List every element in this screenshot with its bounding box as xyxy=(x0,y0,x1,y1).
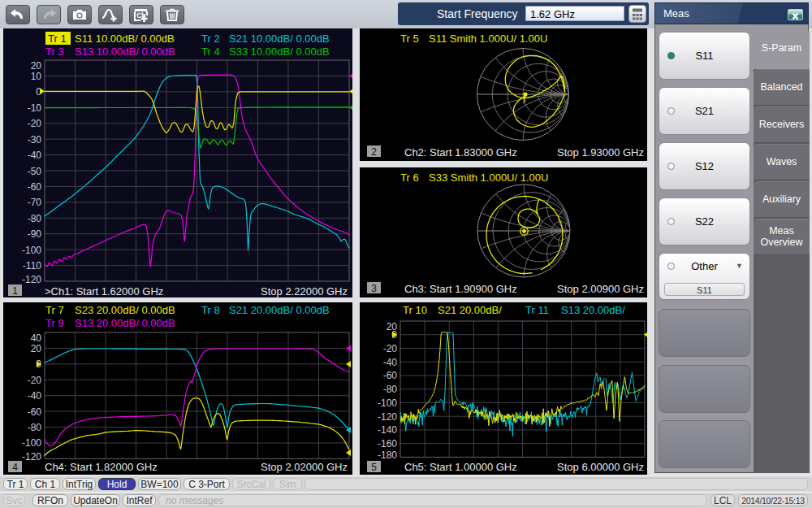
svg-text:-60: -60 xyxy=(383,370,398,381)
svg-text:-120: -120 xyxy=(378,411,397,423)
svg-text:-100: -100 xyxy=(22,437,41,449)
svg-text:S11 10.00dB/ 0.00dB: S11 10.00dB/ 0.00dB xyxy=(75,33,175,45)
svg-text:20: 20 xyxy=(31,343,42,354)
svg-text:4: 4 xyxy=(12,462,18,473)
svg-text:-20: -20 xyxy=(28,118,42,129)
svg-text:Stop 2.00900 GHz: Stop 2.00900 GHz xyxy=(557,283,644,295)
svg-text:-120: -120 xyxy=(22,451,41,462)
svg-text:Stop 2.02000 GHz: Stop 2.02000 GHz xyxy=(261,461,348,473)
svg-text:S11 Smith 1.000U/ 1.00U: S11 Smith 1.000U/ 1.00U xyxy=(429,33,547,45)
svg-text:>Ch1: Start 1.62000 GHz: >Ch1: Start 1.62000 GHz xyxy=(45,285,163,297)
svg-text:Stop 2.22000 GHz: Stop 2.22000 GHz xyxy=(261,285,348,297)
svg-text:-100: -100 xyxy=(22,245,41,256)
svg-text:-40: -40 xyxy=(28,390,42,402)
svg-text:Tr 2: Tr 2 xyxy=(201,33,220,45)
svg-text:-50: -50 xyxy=(28,166,42,177)
svg-text:-70: -70 xyxy=(28,197,42,208)
svg-text:Tr 4: Tr 4 xyxy=(201,46,220,58)
svg-text:-180: -180 xyxy=(378,449,397,461)
svg-text:-60: -60 xyxy=(28,406,42,418)
svg-text:1: 1 xyxy=(12,285,18,297)
svg-text:-80: -80 xyxy=(383,384,398,395)
svg-text:2: 2 xyxy=(371,146,377,158)
svg-text:-10: -10 xyxy=(28,102,42,114)
svg-text:S13 10.00dB/ 0.00dB: S13 10.00dB/ 0.00dB xyxy=(75,46,175,58)
svg-text:-80: -80 xyxy=(28,422,42,433)
svg-text:Tr 8: Tr 8 xyxy=(201,304,220,316)
svg-text:Ch5: Start 1.00000 GHz: Ch5: Start 1.00000 GHz xyxy=(404,461,517,473)
svg-text:Tr 6: Tr 6 xyxy=(400,172,419,184)
svg-text:-90: -90 xyxy=(28,228,42,240)
svg-text:S21 20.00dB/ 0.00dB: S21 20.00dB/ 0.00dB xyxy=(229,304,330,316)
svg-text:S21 20.00dB/: S21 20.00dB/ xyxy=(438,304,502,316)
svg-text:Tr 3: Tr 3 xyxy=(45,46,64,58)
svg-text:S21 10.00dB/ 0.00dB: S21 10.00dB/ 0.00dB xyxy=(229,33,330,45)
svg-text:S33 10.00dB/ 0.00dB: S33 10.00dB/ 0.00dB xyxy=(229,46,330,58)
svg-text:-60: -60 xyxy=(28,181,42,193)
svg-text:Ch4: Start 1.82000 GHz: Ch4: Start 1.82000 GHz xyxy=(45,461,158,473)
svg-text:Tr 7: Tr 7 xyxy=(45,304,64,316)
svg-text:-160: -160 xyxy=(378,438,397,449)
svg-text:Ch3: Start 1.90900 GHz: Ch3: Start 1.90900 GHz xyxy=(404,283,517,295)
svg-text:40: 40 xyxy=(31,332,42,344)
svg-text:10: 10 xyxy=(31,71,42,82)
svg-text:3: 3 xyxy=(371,283,377,294)
svg-text:-20: -20 xyxy=(383,343,398,354)
svg-text:S33 Smith 1.000U/ 1.00U: S33 Smith 1.000U/ 1.00U xyxy=(429,172,548,184)
svg-text:-110: -110 xyxy=(23,260,41,271)
svg-text:5: 5 xyxy=(371,462,377,473)
svg-text:Tr 5: Tr 5 xyxy=(400,33,419,45)
svg-text:-120: -120 xyxy=(22,274,41,285)
svg-text:-80: -80 xyxy=(28,213,42,224)
svg-text:Ch2: Start 1.83000 GHz: Ch2: Start 1.83000 GHz xyxy=(404,146,517,158)
svg-text:Tr 1: Tr 1 xyxy=(48,33,67,45)
svg-text:-20: -20 xyxy=(28,375,42,386)
svg-text:Stop 1.93000 GHz: Stop 1.93000 GHz xyxy=(557,146,644,158)
svg-text:-100: -100 xyxy=(378,397,397,409)
svg-text:-30: -30 xyxy=(28,134,42,145)
svg-text:Tr 9: Tr 9 xyxy=(45,317,64,329)
svg-text:S23 20.00dB/ 0.00dB: S23 20.00dB/ 0.00dB xyxy=(75,304,175,316)
svg-text:Tr 11: Tr 11 xyxy=(525,304,549,316)
svg-text:-40: -40 xyxy=(383,357,398,368)
svg-text:20: 20 xyxy=(31,60,42,72)
svg-text:-140: -140 xyxy=(378,424,397,436)
svg-text:S13 20.00dB/ 0.00dB: S13 20.00dB/ 0.00dB xyxy=(75,317,175,329)
svg-text:Tr 10: Tr 10 xyxy=(403,304,427,316)
svg-text:-40: -40 xyxy=(28,150,42,161)
svg-text:Stop 6.00000 GHz: Stop 6.00000 GHz xyxy=(557,461,644,473)
svg-text:S13 20.00dB/: S13 20.00dB/ xyxy=(561,304,625,316)
